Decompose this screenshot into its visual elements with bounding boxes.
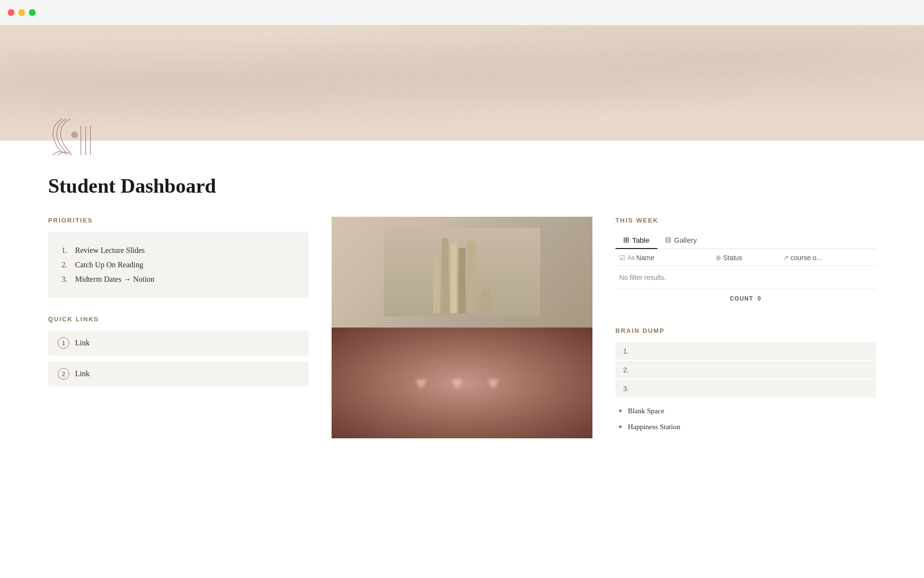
image-hearts	[332, 328, 592, 438]
arrow-icon: ↗	[783, 254, 789, 262]
priority-num-3: 3.	[62, 275, 71, 284]
link-item-2[interactable]: 2 Link	[48, 361, 308, 386]
brain-dump-section: BRAIN DUMP 1. 2. 3. ✦ Blank Space	[616, 327, 876, 435]
status-circle-icon: ⊕	[716, 254, 721, 262]
title-bar	[0, 0, 924, 25]
link-badge-1: 1	[58, 337, 69, 349]
count-value: 0	[757, 295, 761, 302]
tab-gallery[interactable]: ⊟ Gallery	[657, 232, 705, 249]
maximize-button[interactable]	[29, 9, 36, 16]
brain-dump-num-1: 1.	[623, 347, 633, 355]
close-button[interactable]	[8, 9, 14, 16]
main-content: Student Dashboard PRIORITIES 1. Review L…	[0, 160, 924, 467]
quick-links-section: QUICK LINKS 1 Link 2 Link	[48, 315, 308, 386]
middle-column	[332, 217, 592, 438]
priority-item-3: 3. Midterm Dates → Notion	[62, 272, 295, 287]
brain-dump-item-1[interactable]: 1.	[616, 342, 876, 360]
priorities-list: 1. Review Lecture Slides 2. Catch Up On …	[62, 243, 295, 287]
priority-num-2: 2.	[62, 261, 71, 269]
page-title: Student Dashboard	[48, 174, 876, 197]
col-course: ↗ course o...	[779, 254, 826, 262]
priority-item-2: 2. Catch Up On Reading	[62, 258, 295, 272]
no-filter-text: No filter results.	[616, 266, 876, 289]
aa-icon: Aa	[628, 254, 635, 261]
sparkle-item-1[interactable]: ✦ Blank Space	[616, 403, 876, 419]
count-row: COUNT 0	[616, 289, 876, 308]
sparkle-text-2: Happiness Station	[628, 423, 680, 431]
gallery-icon: ⊟	[665, 236, 671, 244]
priority-text-2: Catch Up On Reading	[75, 261, 143, 269]
this-week-section: THIS WEEK ⊞ Table ⊟ Gallery ☑ Aa	[616, 217, 876, 308]
link-text-1: Link	[75, 339, 90, 347]
tab-gallery-label: Gallery	[674, 236, 697, 244]
checkbox-icon: ☑	[619, 254, 626, 262]
tab-table[interactable]: ⊞ Table	[616, 232, 657, 249]
priority-text-1: Review Lecture Slides	[75, 246, 145, 255]
col-name: ☑ Aa Name	[616, 254, 712, 262]
table-icon: ⊞	[623, 236, 629, 244]
content-grid: PRIORITIES 1. Review Lecture Slides 2. C…	[48, 217, 876, 438]
priority-text-3: Midterm Dates → Notion	[75, 275, 154, 284]
this-week-label: THIS WEEK	[616, 217, 876, 224]
brain-dump-list: 1. 2. 3.	[616, 342, 876, 397]
brain-dump-num-3: 3.	[623, 384, 633, 393]
svg-point-3	[71, 131, 78, 138]
link-item-1[interactable]: 1 Link	[48, 330, 308, 355]
minimize-button[interactable]	[18, 9, 25, 16]
brain-dump-num-2: 2.	[623, 366, 633, 374]
priority-item-1: 1. Review Lecture Slides	[62, 243, 295, 258]
sparkle-text-1: Blank Space	[628, 407, 664, 415]
link-text-2: Link	[75, 369, 90, 378]
brain-dump-label: BRAIN DUMP	[616, 327, 876, 334]
brain-dump-item-2[interactable]: 2.	[616, 361, 876, 379]
sparkle-icon-2: ✦	[617, 423, 623, 431]
books-illustration	[433, 231, 491, 313]
link-badge-2: 2	[58, 368, 69, 380]
right-column: THIS WEEK ⊞ Table ⊟ Gallery ☑ Aa	[616, 217, 876, 435]
view-tabs: ⊞ Table ⊟ Gallery	[616, 232, 876, 249]
count-label: COUNT	[730, 295, 754, 302]
priorities-box: 1. Review Lecture Slides 2. Catch Up On …	[48, 232, 308, 298]
sparkle-item-2[interactable]: ✦ Happiness Station	[616, 419, 876, 435]
col-status: ⊕ Status	[712, 254, 779, 262]
brain-dump-item-3[interactable]: 3.	[616, 380, 876, 397]
logo-svg	[48, 112, 111, 160]
logo-area	[48, 112, 111, 160]
priority-num-1: 1.	[62, 246, 71, 255]
table-header: ☑ Aa Name ⊕ Status ↗ course o...	[616, 250, 876, 266]
quick-links-label: QUICK LINKS	[48, 315, 308, 323]
tab-table-label: Table	[632, 236, 650, 244]
sparkle-icon-1: ✦	[617, 407, 623, 415]
priorities-section: PRIORITIES 1. Review Lecture Slides 2. C…	[48, 217, 308, 298]
priorities-label: PRIORITIES	[48, 217, 308, 224]
image-books	[332, 217, 592, 328]
hero-banner	[0, 25, 924, 141]
left-column: PRIORITIES 1. Review Lecture Slides 2. C…	[48, 217, 308, 392]
